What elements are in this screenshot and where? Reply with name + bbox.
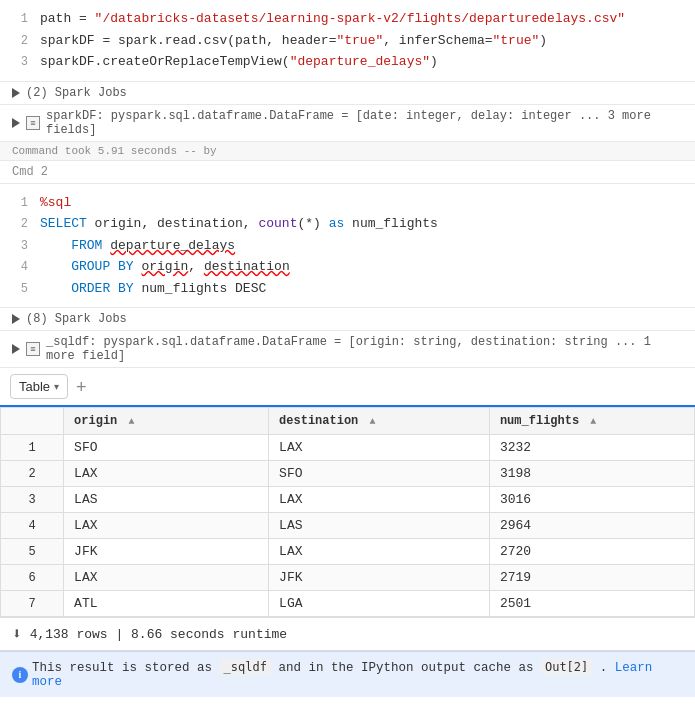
info-icon: i [12,667,28,683]
schema-row-1[interactable]: ≡ sparkDF: pyspark.sql.dataframe.DataFra… [0,105,695,142]
cell-num-flights: 2501 [489,591,694,617]
header-num-flights[interactable]: num_flights ▲ [489,408,694,435]
info-prefix: This result is stored as [32,661,220,675]
cell-destination: LAX [269,435,490,461]
line-content-sql-4: GROUP BY origin, destination [40,257,695,277]
schema-row-2[interactable]: ≡ _sqldf: pyspark.sql.dataframe.DataFram… [0,331,695,368]
spark-jobs-label-2: (8) Spark Jobs [26,312,127,326]
cell-num-flights: 2720 [489,539,694,565]
schema-label-2: _sqldf: pyspark.sql.dataframe.DataFrame … [46,335,683,363]
code-cell-1: 1 path = "/databricks-datasets/learning-… [0,0,695,82]
table-container: origin ▲ destination ▲ num_flights ▲ 1 S… [0,407,695,617]
sort-icon-destination: ▲ [370,416,376,427]
cell-origin: LAX [64,565,269,591]
code-line-2: 2 sparkDF = spark.read.csv(path, header=… [0,30,695,52]
cmd-label-text: Cmd 2 [12,165,48,179]
info-text: This result is stored as _sqldf and in t… [32,660,683,689]
line-content-2: sparkDF = spark.read.csv(path, header="t… [40,31,695,51]
chevron-down-icon: ▾ [54,381,59,392]
add-view-button[interactable]: + [72,378,91,396]
table-view-button[interactable]: Table ▾ [10,374,68,399]
footer-stats: 4,138 rows | 8.66 seconds runtime [30,627,287,642]
cell-rownum: 2 [1,461,64,487]
cell-rownum: 1 [1,435,64,461]
cell-num-flights: 3198 [489,461,694,487]
line-content-sql-3: FROM departure_delays [40,236,695,256]
schema-label-1: sparkDF: pyspark.sql.dataframe.DataFrame… [46,109,683,137]
cell-destination: LAS [269,513,490,539]
header-row: origin ▲ destination ▲ num_flights ▲ [1,408,695,435]
line-content-sql-1: %sql [40,193,695,213]
table-row: 6 LAX JFK 2719 [1,565,695,591]
data-table: origin ▲ destination ▲ num_flights ▲ 1 S… [0,407,695,617]
spark-jobs-label-1: (2) Spark Jobs [26,86,127,100]
line-num-sql-2: 2 [0,215,40,233]
line-content-sql-5: ORDER BY num_flights DESC [40,279,695,299]
line-content-1: path = "/databricks-datasets/learning-sp… [40,9,695,29]
cell-rownum: 5 [1,539,64,565]
sort-icon-num-flights: ▲ [590,416,596,427]
download-icon[interactable]: ⬇ [12,624,22,644]
expand-icon-1 [12,88,20,98]
sort-icon-origin: ▲ [129,416,135,427]
line-num-2: 2 [0,32,40,50]
code-line-3: 3 sparkDF.createOrReplaceTempView("depar… [0,51,695,73]
line-content-sql-2: SELECT origin, destination, count(*) as … [40,214,695,234]
cell-destination: LAX [269,487,490,513]
code-line-1: 1 path = "/databricks-datasets/learning-… [0,8,695,30]
download-row: ⬇ 4,138 rows | 8.66 seconds runtime [0,617,695,651]
expand-icon-2 [12,314,20,324]
cell-origin: JFK [64,539,269,565]
info-bar: i This result is stored as _sqldf and in… [0,651,695,697]
cell-destination: JFK [269,565,490,591]
code-line-sql-4: 4 GROUP BY origin, destination [0,256,695,278]
info-suffix: . [592,661,615,675]
cell-origin: LAX [64,513,269,539]
cell-destination: LGA [269,591,490,617]
line-num-sql-1: 1 [0,194,40,212]
cmd-took-row: Command took 5.91 seconds -- by [0,142,695,161]
table-row: 5 JFK LAX 2720 [1,539,695,565]
line-num-sql-4: 4 [0,258,40,276]
spark-jobs-row-1[interactable]: (2) Spark Jobs [0,82,695,105]
info-var-sqldf: _sqldf [220,659,271,675]
code-line-sql-3: 3 FROM departure_delays [0,235,695,257]
header-destination[interactable]: destination ▲ [269,408,490,435]
code-line-sql-5: 5 ORDER BY num_flights DESC [0,278,695,300]
table-row: 3 LAS LAX 3016 [1,487,695,513]
cell-origin: ATL [64,591,269,617]
cell-num-flights: 3232 [489,435,694,461]
dataframe-icon-2: ≡ [26,342,40,356]
info-middle: and in the IPython output cache as [271,661,541,675]
table-view-label: Table [19,379,50,394]
line-num-sql-5: 5 [0,280,40,298]
cell-origin: LAS [64,487,269,513]
cell-num-flights: 2964 [489,513,694,539]
cmd-2-label: Cmd 2 [0,161,695,184]
code-lines-1: 1 path = "/databricks-datasets/learning-… [0,0,695,81]
expand-icon-schema-1 [12,118,20,128]
cell-destination: LAX [269,539,490,565]
spark-jobs-row-2[interactable]: (8) Spark Jobs [0,308,695,331]
code-line-sql-1: 1 %sql [0,192,695,214]
code-line-sql-2: 2 SELECT origin, destination, count(*) a… [0,213,695,235]
cell-rownum: 6 [1,565,64,591]
table-body: 1 SFO LAX 3232 2 LAX SFO 3198 3 LAS LAX … [1,435,695,617]
table-row: 1 SFO LAX 3232 [1,435,695,461]
cell-origin: LAX [64,461,269,487]
cell-destination: SFO [269,461,490,487]
line-num-3: 3 [0,53,40,71]
line-num-1: 1 [0,10,40,28]
cell-origin: SFO [64,435,269,461]
cmd-took-text: Command took 5.91 seconds -- by [12,145,217,157]
line-num-sql-3: 3 [0,237,40,255]
cell-rownum: 7 [1,591,64,617]
table-row: 4 LAX LAS 2964 [1,513,695,539]
cell-num-flights: 3016 [489,487,694,513]
header-rownum [1,408,64,435]
cell-rownum: 3 [1,487,64,513]
table-row: 2 LAX SFO 3198 [1,461,695,487]
table-row: 7 ATL LGA 2501 [1,591,695,617]
header-origin[interactable]: origin ▲ [64,408,269,435]
cell-rownum: 4 [1,513,64,539]
